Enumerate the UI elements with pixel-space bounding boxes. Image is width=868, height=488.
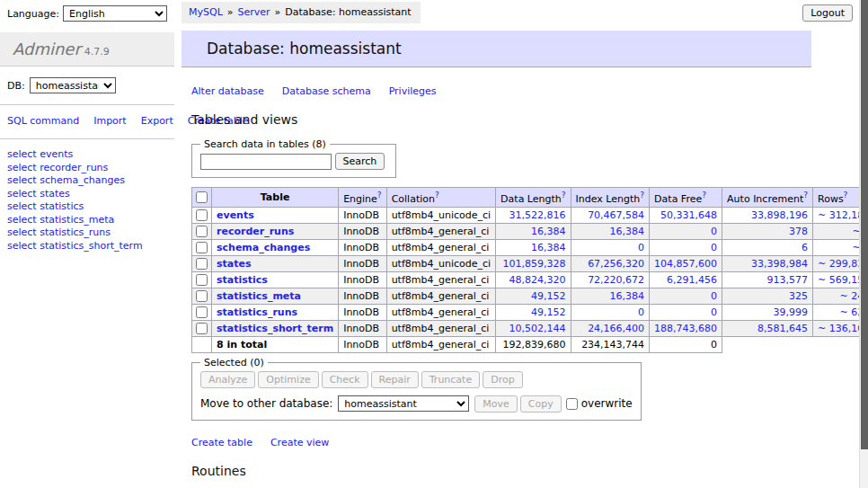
row-checkbox[interactable] xyxy=(196,258,208,270)
help-icon[interactable]: ? xyxy=(562,191,566,200)
auto-increment-link[interactable]: 33,898,196 xyxy=(751,209,808,221)
overwrite-checkbox[interactable] xyxy=(566,398,578,410)
table-row: eventsInnoDButf8mb4_unicode_ci31,522,816… xyxy=(192,207,868,223)
db-select[interactable]: homeassistant xyxy=(30,77,116,93)
data-free-link[interactable]: 0 xyxy=(711,306,717,318)
sidebar-link[interactable]: SQL command xyxy=(7,115,79,127)
data-length-link[interactable]: 101,859,328 xyxy=(503,258,566,270)
help-icon[interactable]: ? xyxy=(844,191,848,200)
move-database-select[interactable]: homeassistant xyxy=(338,395,469,412)
index-length-link[interactable]: 0 xyxy=(638,306,644,318)
data-free-link[interactable]: 188,743,680 xyxy=(654,323,717,334)
select-table-link[interactable]: select xyxy=(7,200,37,212)
move-copy-button[interactable]: Move xyxy=(474,395,518,413)
row-checkbox[interactable] xyxy=(196,226,208,237)
sidebar-link[interactable]: Export xyxy=(141,115,173,127)
table-name-link[interactable]: recorder_runs xyxy=(217,226,294,237)
help-icon[interactable]: ? xyxy=(435,191,439,200)
database-action-link[interactable]: Alter database xyxy=(191,85,264,97)
sidebar-link[interactable]: Import xyxy=(93,115,127,127)
select-table-link[interactable]: select xyxy=(7,240,37,252)
select-table-link[interactable]: select xyxy=(7,162,37,173)
sidebar-table-name-link[interactable]: statistics_short_term xyxy=(40,240,142,252)
sidebar-table-name-link[interactable]: schema_changes xyxy=(40,174,125,186)
data-length-link[interactable]: 16,384 xyxy=(531,242,566,253)
auto-increment-link[interactable]: 913,577 xyxy=(767,274,809,286)
data-length-link[interactable]: 10,502,144 xyxy=(509,323,566,334)
move-copy-button[interactable]: Copy xyxy=(520,395,562,413)
data-free-link[interactable]: 0 xyxy=(711,290,717,302)
data-free-link[interactable]: 6,291,456 xyxy=(667,274,717,286)
sidebar-table-name-link[interactable]: statistics_runs xyxy=(40,226,111,238)
selected-action-button[interactable]: Check xyxy=(322,371,368,388)
selected-action-button[interactable]: Truncate xyxy=(421,371,480,388)
breadcrumb-item[interactable]: Server xyxy=(238,6,270,18)
selected-action-button[interactable]: Drop xyxy=(483,371,522,388)
table-name-link[interactable]: statistics_meta xyxy=(217,290,301,302)
breadcrumb-item[interactable]: MySQL xyxy=(189,6,223,18)
create-link[interactable]: Create view xyxy=(270,437,329,448)
table-name-link[interactable]: statistics_short_term xyxy=(217,323,333,334)
sidebar-table-name-link[interactable]: statistics_meta xyxy=(40,214,114,226)
select-table-link[interactable]: select xyxy=(7,188,37,200)
table-name-link[interactable]: events xyxy=(217,209,254,221)
auto-increment-link[interactable]: 8,581,645 xyxy=(757,323,808,334)
sidebar-table-name-link[interactable]: events xyxy=(40,148,73,160)
help-icon[interactable]: ? xyxy=(702,191,706,200)
search-input[interactable] xyxy=(200,154,332,170)
table-name-link[interactable]: statistics xyxy=(217,274,268,286)
database-action-link[interactable]: Privileges xyxy=(389,85,437,97)
selected-action-button[interactable]: Optimize xyxy=(258,371,318,388)
data-free-link[interactable]: 104,857,600 xyxy=(654,258,717,270)
sidebar-table-name-link[interactable]: statistics xyxy=(40,200,84,212)
row-checkbox[interactable] xyxy=(196,209,208,221)
auto-increment-link[interactable]: 325 xyxy=(789,290,808,302)
row-checkbox[interactable] xyxy=(196,274,208,286)
row-checkbox[interactable] xyxy=(196,306,208,318)
scrollbar-track[interactable] xyxy=(859,0,868,488)
index-length-link[interactable]: 16,384 xyxy=(610,290,645,302)
selected-action-button[interactable]: Analyze xyxy=(200,371,255,388)
data-length-link[interactable]: 31,522,816 xyxy=(509,209,566,221)
select-table-link[interactable]: select xyxy=(7,226,37,238)
index-length-link[interactable]: 72,220,672 xyxy=(588,274,644,286)
data-free-link[interactable]: 50,331,648 xyxy=(660,209,717,221)
select-table-link[interactable]: select xyxy=(7,214,37,226)
table-name-link[interactable]: schema_changes xyxy=(217,242,310,253)
index-length-link[interactable]: 24,166,400 xyxy=(588,323,644,334)
help-icon[interactable]: ? xyxy=(377,191,382,200)
help-icon[interactable]: ? xyxy=(803,191,808,200)
data-length-link[interactable]: 49,152 xyxy=(531,306,566,318)
sidebar-table-name-link[interactable]: states xyxy=(40,188,70,200)
data-length-link[interactable]: 49,152 xyxy=(531,290,566,302)
auto-increment-link[interactable]: 378 xyxy=(789,226,808,237)
index-length-link[interactable]: 0 xyxy=(638,242,644,253)
data-length-link[interactable]: 16,384 xyxy=(531,226,566,237)
selected-action-button[interactable]: Repair xyxy=(371,371,419,388)
database-action-link[interactable]: Database schema xyxy=(282,85,371,97)
select-table-link[interactable]: select xyxy=(7,174,37,186)
data-length-link[interactable]: 48,824,320 xyxy=(509,274,566,286)
data-free-link[interactable]: 0 xyxy=(711,242,717,253)
logout-button[interactable]: Logout xyxy=(802,4,853,22)
index-length-link[interactable]: 16,384 xyxy=(610,226,645,237)
create-link[interactable]: Create table xyxy=(191,437,252,448)
auto-increment-link[interactable]: 33,398,984 xyxy=(751,258,808,270)
row-checkbox[interactable] xyxy=(196,290,208,302)
select-all-checkbox[interactable] xyxy=(196,191,208,203)
row-checkbox[interactable] xyxy=(196,323,208,334)
auto-increment-link[interactable]: 6 xyxy=(802,242,808,253)
row-checkbox[interactable] xyxy=(196,242,208,253)
help-icon[interactable]: ? xyxy=(640,191,644,200)
index-length-link[interactable]: 67,256,320 xyxy=(588,258,644,270)
index-length-link[interactable]: 70,467,584 xyxy=(588,209,644,221)
table-name-link[interactable]: statistics_runs xyxy=(217,306,297,318)
scrollbar-thumb[interactable] xyxy=(861,0,868,449)
auto-increment-link[interactable]: 39,999 xyxy=(774,306,809,318)
language-select[interactable]: English xyxy=(63,5,167,22)
data-free-link[interactable]: 0 xyxy=(711,226,717,237)
table-name-link[interactable]: states xyxy=(217,258,252,270)
sidebar-table-name-link[interactable]: recorder_runs xyxy=(40,162,108,173)
search-button[interactable]: Search xyxy=(335,153,385,170)
select-table-link[interactable]: select xyxy=(7,148,37,160)
